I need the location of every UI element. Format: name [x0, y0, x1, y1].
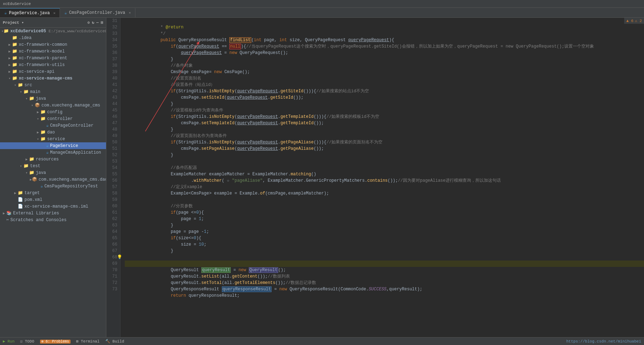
arrow-icon: ▾ — [7, 76, 12, 81]
code-line-41: if(StringUtils.isNotEmpty(queryPageReque… — [125, 82, 644, 88]
folder-icon: 📁 — [23, 89, 29, 94]
ln-52: 52 — [108, 152, 117, 158]
folder-icon: 📁 — [29, 170, 34, 175]
tree-item-com-pkg[interactable]: ▾ 📦 com.xuecheng.manage_cms — [0, 102, 106, 109]
ln-45: 45 — [108, 107, 117, 114]
tree-label: xc-framework-model — [19, 49, 65, 54]
tree-label: xc-service-manage-cms.iml — [24, 204, 88, 209]
code-line-63: page = page -1; — [125, 222, 644, 229]
tree-item-cms-repo-test[interactable]: ☕ CmsPageRepositoryTest — [0, 183, 106, 190]
tree-item-target[interactable]: ▶ 📁 target — [0, 190, 106, 196]
tree-label: CmsPageRepositoryTest — [44, 184, 98, 189]
ln-37: 37 — [108, 56, 117, 62]
tree-item-xc-edu[interactable]: ▾ 📁 xcEduService05 E:/java_www/xcEduServ… — [0, 28, 106, 34]
code-token: return queryResponseResult; — [150, 293, 240, 298]
tree-item-iml[interactable]: 📄 xc-service-manage-cms.iml — [0, 203, 106, 210]
build-button[interactable]: 🔨 Build — [105, 339, 124, 344]
todo-button[interactable]: ☑ TODO — [20, 339, 34, 344]
main-layout: Project ▾ ⚙ ↻ — ⊞ ▾ 📁 xcEduService05 E:/… — [0, 18, 644, 337]
iml-file-icon: 📄 — [18, 204, 23, 209]
code-editor[interactable]: ▲ 6 ⚠ 2 31 32 33 34 35 36 37 38 — [106, 18, 644, 337]
ln-46: 46 — [108, 114, 117, 120]
tree-item-src[interactable]: ▾ 📁 src — [0, 82, 106, 88]
arrow-icon: ▶ — [35, 110, 40, 114]
tree-label: pom.xml — [24, 197, 42, 202]
tree-item-cms-controller[interactable]: ☕ CmsPageController — [0, 122, 106, 129]
tree-item-framework-utils[interactable]: ▶ 📁 xc-framework-utils — [0, 61, 106, 68]
tree-label: java — [36, 96, 46, 101]
folder-icon: 📁 — [12, 55, 17, 61]
ln-64: 64 — [108, 229, 117, 235]
tree-item-test[interactable]: ▾ 📁 test — [0, 163, 106, 169]
bottom-bar: ▶ Run ☑ TODO ⊗ 6: Problems ⊞ Terminal 🔨 … — [0, 337, 644, 345]
tree-label: PageService — [50, 143, 78, 148]
java-file-icon: ☕ — [46, 123, 49, 128]
tree-label: com.xuecheng.manage_cms — [41, 103, 100, 108]
java-file-icon: ☕ — [46, 143, 49, 148]
tab-page-service[interactable]: ☕ PageService.java ✕ — [0, 8, 60, 17]
tree-item-dao[interactable]: ▶ 📁 dao — [0, 129, 106, 136]
code-line-48: //设置页面别名作为查询条件 — [125, 126, 644, 133]
code-line-37: //条件对象 — [125, 56, 644, 62]
tree-item-config[interactable]: ▶ 📁 config — [0, 109, 106, 115]
tree-item-service[interactable]: ▾ 📁 service — [0, 136, 106, 142]
tab-close-page-service[interactable]: ✕ — [53, 11, 55, 15]
folder-icon: 📁 — [4, 28, 9, 34]
code-line-53: //条件匹配器 — [125, 158, 644, 165]
terminal-button[interactable]: ⊞ Terminal — [76, 339, 100, 344]
tree-item-service-api[interactable]: ▶ 📁 xc-service-api — [0, 68, 106, 75]
ln-55: 55 — [108, 171, 117, 177]
tree-item-resources[interactable]: ▶ 📁 resources — [0, 156, 106, 163]
code-line-65: size = 10; — [125, 235, 644, 241]
ln-38: 38 — [108, 62, 117, 69]
ln-36: 36 — [108, 50, 117, 56]
ln-50: 50 — [108, 139, 117, 146]
tree-item-framework-model[interactable]: ▶ 📁 xc-framework-model — [0, 48, 106, 55]
tree-item-test-pkg[interactable]: ▶ 📦 com.xuecheng.manage_cms.dao — [0, 176, 106, 183]
expand-icon[interactable]: ⊞ — [101, 20, 103, 25]
ln-51: 51 — [108, 146, 117, 152]
tree-item-java[interactable]: ▾ 📁 java — [0, 95, 106, 102]
code-line-57: Example<CmsPage> example = Example.of(cm… — [125, 184, 644, 190]
tab-cms-controller[interactable]: ☕ CmsPageController.java ✕ — [60, 8, 135, 17]
folder-icon: 📁 — [18, 190, 23, 196]
tree-item-framework-common[interactable]: ▶ 📁 xc-framework-common — [0, 41, 106, 48]
arrow-icon: ▶ — [7, 49, 12, 54]
tree-item-idea[interactable]: 📁 .idea — [0, 34, 106, 41]
arrow-icon: ▶ — [35, 130, 40, 135]
tree-item-test-java[interactable]: ▾ 📁 java — [0, 169, 106, 176]
run-button[interactable]: ▶ Run — [3, 339, 15, 344]
arrow-icon: ▶ — [24, 157, 29, 161]
sync-icon[interactable]: ↻ — [92, 20, 94, 25]
problems-button[interactable]: ⊗ 6: Problems — [40, 339, 71, 344]
tree-label: resources — [36, 157, 59, 162]
tree-item-controller[interactable]: ▾ 📁 controller — [0, 115, 106, 122]
tree-item-framework-parent[interactable]: ▶ 📁 xc-framework-parent — [0, 55, 106, 61]
tree-item-page-service[interactable]: ☕ PageService — [0, 142, 106, 149]
package-icon: 📦 — [35, 103, 40, 108]
code-line-36: } — [125, 50, 644, 56]
tree-label: controller — [47, 116, 73, 121]
arrow-icon: ▾ — [30, 103, 35, 108]
code-line-55: .withMatcher( ☆ "pageAliase", ExampleMat… — [125, 171, 644, 177]
tree-item-pom[interactable]: 📄 pom.xml — [0, 196, 106, 203]
code-line-32: */ — [125, 24, 644, 31]
tree-item-manage-cms-app[interactable]: ☕ ManageCmsApplication — [0, 149, 106, 156]
folder-icon: 📁 — [29, 157, 34, 162]
lightbulb-icon: 💡 — [117, 254, 122, 261]
sidebar-header[interactable]: Project ▾ ⚙ ↻ — ⊞ — [0, 18, 106, 28]
tree-item-external-libs[interactable]: ▶ 📚 External Libraries — [0, 210, 106, 217]
arrow-icon: ▾ — [18, 164, 23, 168]
tree-item-manage-cms[interactable]: ▾ 📁 xc-service-manage-cms — [0, 75, 106, 82]
code-line-71: queryResult.setTotal(all.getTotalElement… — [125, 273, 644, 280]
tab-close-cms-controller[interactable]: ✕ — [129, 11, 131, 15]
tree-item-main[interactable]: ▾ 📁 main — [0, 88, 106, 95]
code-line-67: 💡 Pageable pageable = PageRequest.of(pag… — [125, 248, 644, 254]
gear-icon[interactable]: ⚙ — [88, 20, 90, 25]
project-label: Project ▾ — [3, 20, 24, 25]
ln-34: 34 — [108, 37, 117, 43]
tree-item-scratches[interactable]: ✂ Scratches and Consoles — [0, 217, 106, 223]
ln-49: 49 — [108, 133, 117, 139]
ln-42: 42 — [108, 88, 117, 94]
minimize-icon[interactable]: — — [96, 20, 99, 25]
